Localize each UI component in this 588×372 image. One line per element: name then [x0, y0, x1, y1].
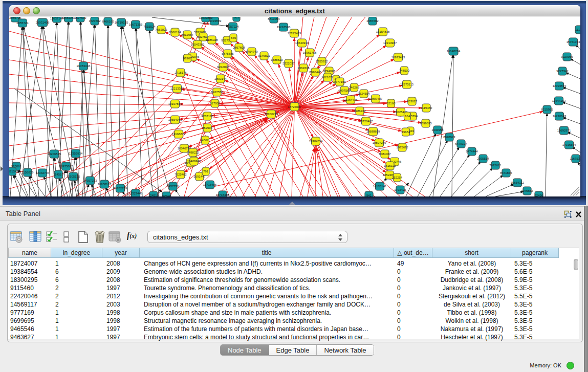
- svg-text:12444153: 12444153: [552, 99, 566, 102]
- svg-text:853594: 853594: [202, 126, 213, 129]
- svg-text:1615132: 1615132: [384, 164, 396, 167]
- svg-text:17957253: 17957253: [83, 179, 97, 182]
- svg-text:10975887: 10975887: [59, 165, 73, 168]
- svg-text:10107553: 10107553: [168, 102, 182, 105]
- svg-text:15692971: 15692971: [557, 129, 571, 132]
- svg-text:6466160: 6466160: [102, 20, 114, 23]
- svg-text:21364436: 21364436: [344, 98, 358, 101]
- svg-text:941: 941: [366, 194, 372, 196]
- svg-text:9146821: 9146821: [258, 54, 270, 57]
- svg-text:3498222: 3498222: [187, 151, 199, 154]
- svg-text:791: 791: [203, 170, 209, 173]
- svg-text:12325419: 12325419: [288, 32, 301, 35]
- svg-text:11173: 11173: [575, 28, 580, 31]
- svg-text:19384554: 19384554: [309, 140, 323, 143]
- svg-text:7632621: 7632621: [489, 164, 502, 167]
- svg-text:39154: 39154: [9, 170, 17, 173]
- svg-text:16543382: 16543382: [191, 43, 205, 46]
- svg-text:12323446: 12323446: [129, 192, 143, 195]
- svg-text:1156829: 1156829: [22, 171, 34, 174]
- svg-text:16210643: 16210643: [553, 115, 567, 118]
- svg-text:20206535: 20206535: [48, 152, 61, 156]
- svg-text:124519: 124519: [148, 194, 159, 196]
- svg-text:853627: 853627: [407, 100, 418, 103]
- svg-text:8454749: 8454749: [246, 50, 258, 53]
- svg-text:19218506: 19218506: [277, 26, 291, 29]
- svg-text:16782759: 16782759: [114, 187, 127, 190]
- svg-text:10958107: 10958107: [98, 183, 112, 186]
- svg-text:9474444: 9474444: [466, 150, 478, 153]
- svg-text:16154838: 16154838: [376, 30, 390, 33]
- svg-text:9115460: 9115460: [421, 106, 433, 110]
- svg-text:8427552: 8427552: [211, 91, 223, 94]
- svg-text:14136141: 14136141: [373, 185, 387, 188]
- svg-text:12213363: 12213363: [170, 87, 184, 90]
- svg-text:8813054: 8813054: [268, 17, 280, 20]
- svg-text:18300295: 18300295: [265, 113, 278, 116]
- svg-text:3624554: 3624554: [358, 92, 370, 95]
- svg-text:7357224: 7357224: [227, 25, 239, 28]
- svg-text:803: 803: [234, 17, 239, 19]
- svg-text:7986322: 7986322: [354, 110, 366, 113]
- svg-text:9457791: 9457791: [167, 185, 179, 188]
- svg-text:8660124: 8660124: [169, 31, 181, 34]
- svg-text:18724007: 18724007: [288, 105, 301, 108]
- svg-text:9245652: 9245652: [521, 189, 533, 192]
- svg-text:6794028: 6794028: [323, 70, 335, 73]
- svg-text:12093872: 12093872: [553, 84, 567, 87]
- svg-text:7663822: 7663822: [155, 28, 167, 31]
- svg-text:12975115: 12975115: [400, 83, 414, 86]
- svg-text:93901: 93901: [183, 57, 192, 60]
- svg-text:8215955: 8215955: [541, 108, 553, 111]
- svg-text:62160: 62160: [387, 102, 396, 105]
- svg-text:18640910: 18640910: [295, 41, 309, 45]
- svg-text:748500: 748500: [399, 69, 410, 72]
- svg-text:2055724: 2055724: [16, 21, 29, 25]
- svg-text:3267130: 3267130: [201, 115, 213, 118]
- svg-text:2718176: 2718176: [175, 71, 187, 74]
- svg-text:7625402: 7625402: [175, 173, 187, 176]
- svg-text:1733426: 1733426: [394, 188, 406, 191]
- svg-text:8990448: 8990448: [309, 71, 321, 74]
- svg-text:19166827: 19166827: [172, 133, 186, 136]
- svg-text:1362615: 1362615: [297, 67, 310, 70]
- svg-text:9329966: 9329966: [561, 55, 573, 58]
- svg-text:2687682: 2687682: [366, 19, 379, 23]
- svg-text:10033809: 10033809: [199, 17, 213, 19]
- svg-text:1621072: 1621072: [321, 76, 334, 79]
- svg-text:10719155: 10719155: [115, 21, 128, 24]
- svg-text:15716485: 15716485: [216, 193, 230, 196]
- svg-text:1975692: 1975692: [396, 146, 408, 149]
- svg-text:9227342: 9227342: [556, 70, 569, 73]
- svg-text:26053346: 26053346: [77, 64, 91, 68]
- svg-text:19654: 19654: [402, 130, 410, 134]
- svg-text:10688609: 10688609: [366, 130, 380, 133]
- svg-text:12505135: 12505135: [67, 175, 80, 178]
- svg-text:9084067: 9084067: [379, 152, 391, 156]
- svg-text:10807487: 10807487: [369, 97, 383, 100]
- svg-text:114519: 114519: [53, 173, 63, 176]
- svg-text:1167533: 1167533: [570, 157, 580, 160]
- svg-text:10654112: 10654112: [511, 181, 525, 184]
- svg-text:92456: 92456: [535, 194, 543, 196]
- svg-text:6497568: 6497568: [338, 89, 351, 92]
- svg-text:9242848: 9242848: [217, 65, 229, 69]
- svg-text:546: 546: [231, 36, 236, 39]
- svg-text:26931406: 26931406: [36, 21, 50, 24]
- svg-text:6479197: 6479197: [455, 142, 467, 145]
- svg-text:4562: 4562: [202, 139, 209, 142]
- svg-text:917006: 917006: [210, 102, 221, 105]
- svg-text:8186328: 8186328: [206, 38, 218, 41]
- svg-text:15751074: 15751074: [567, 40, 580, 43]
- svg-text:16961758: 16961758: [303, 51, 317, 54]
- svg-text:1588520: 1588520: [271, 58, 283, 61]
- svg-text:1527602: 1527602: [89, 19, 101, 23]
- svg-text:8471876: 8471876: [500, 171, 512, 174]
- svg-text:2803144: 2803144: [214, 77, 227, 80]
- svg-text:15720407: 15720407: [359, 120, 373, 123]
- svg-text:7515524: 7515524: [143, 25, 156, 28]
- svg-text:12342737: 12342737: [36, 171, 50, 174]
- svg-text:164: 164: [405, 115, 410, 118]
- svg-text:5322037: 5322037: [282, 62, 295, 65]
- svg-text:10973493: 10973493: [391, 56, 405, 59]
